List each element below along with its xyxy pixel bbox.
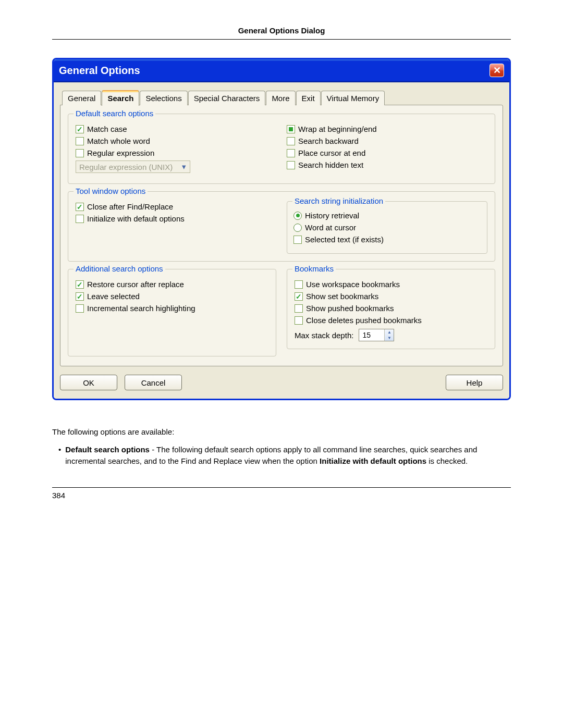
radio-icon [293, 224, 302, 232]
legend-bookmarks: Bookmarks [292, 264, 336, 273]
checkbox-icon [76, 125, 84, 133]
label: Use workspace bookmarks [306, 280, 400, 289]
intro-text: The following options are available: [52, 426, 511, 438]
dialog-button-row: OK Cancel Help [60, 375, 503, 390]
group-default-search: Default search options Match case Match … [68, 114, 495, 184]
check-close-deletes-pushed[interactable]: Close deletes pushed bookmarks [295, 316, 487, 325]
label: Word at cursor [305, 223, 356, 232]
chevron-down-icon: ▾ [178, 161, 190, 172]
label: Place cursor at end [298, 149, 365, 157]
group-search-string-init: Search string initialization History ret… [287, 201, 487, 254]
check-initialize-default[interactable]: Initialize with default options [76, 214, 276, 223]
close-button[interactable]: ✕ [489, 64, 504, 77]
checkbox-icon [287, 161, 295, 169]
checkbox-icon [287, 149, 295, 157]
label: Close deletes pushed bookmarks [306, 316, 422, 325]
label: Regular expression [87, 149, 154, 157]
checkbox-icon [295, 316, 303, 325]
cancel-button[interactable]: Cancel [125, 375, 182, 390]
spinner-input[interactable]: 15 ▲ ▼ [359, 329, 394, 341]
label: Initialize with default options [87, 214, 185, 223]
general-options-dialog: General Options ✕ General Search Selecti… [52, 58, 511, 400]
label: Show pushed bookmarks [306, 304, 394, 313]
label: Close after Find/Replace [87, 202, 173, 211]
label: Leave selected [87, 292, 140, 301]
tab-virtual-memory[interactable]: Virtual Memory [321, 91, 385, 105]
bullet-tail: is checked. [426, 456, 468, 465]
tab-panel-search: Default search options Match case Match … [60, 105, 503, 366]
checkbox-icon [76, 149, 84, 157]
combo-value: Regular expression (UNIX) [79, 163, 173, 171]
check-show-pushed-bookmarks[interactable]: Show pushed bookmarks [295, 304, 487, 313]
page-number: 384 [52, 487, 511, 500]
check-restore-cursor[interactable]: Restore cursor after replace [76, 280, 268, 289]
spinner-max-stack: Max stack depth: 15 ▲ ▼ [295, 329, 487, 341]
dialog-body: General Search Selections Special Charac… [54, 82, 509, 399]
check-place-cursor-end[interactable]: Place cursor at end [287, 149, 487, 157]
help-button[interactable]: Help [446, 375, 503, 390]
label: Show set bookmarks [306, 292, 378, 301]
ok-button[interactable]: OK [60, 375, 117, 390]
tab-exit[interactable]: Exit [296, 91, 321, 105]
legend-additional-search: Additional search options [74, 264, 165, 273]
tab-special-characters[interactable]: Special Characters [188, 91, 266, 105]
check-incremental-highlight[interactable]: Incremental search highlighting [76, 304, 268, 313]
spinner-value: 15 [359, 329, 384, 341]
checkbox-icon [295, 304, 303, 313]
label: Search backward [298, 137, 359, 145]
legend-search-string-init: Search string initialization [292, 196, 385, 205]
check-regular-expression[interactable]: Regular expression [76, 149, 276, 157]
tab-search[interactable]: Search [102, 90, 139, 106]
label: Selected text (if exists) [305, 235, 384, 244]
documentation-text: The following options are available: Def… [52, 426, 511, 466]
checkbox-icon [76, 203, 84, 211]
checkbox-icon [76, 304, 84, 313]
tab-more[interactable]: More [266, 91, 295, 105]
checkbox-icon [76, 215, 84, 223]
bullet-default-search: Default search options - The following d… [58, 444, 511, 467]
close-icon: ✕ [493, 66, 501, 75]
check-search-hidden-text[interactable]: Search hidden text [287, 161, 487, 169]
chevron-down-icon[interactable]: ▼ [385, 335, 394, 341]
tab-general[interactable]: General [62, 91, 101, 105]
radio-word-at-cursor[interactable]: Word at cursor [293, 223, 481, 232]
checkbox-icon [287, 125, 295, 133]
titlebar: General Options ✕ [54, 59, 509, 82]
page-header: General Options Dialog [52, 26, 511, 40]
bullet-bold: Default search options [65, 445, 150, 454]
checkbox-icon [76, 280, 84, 289]
radio-icon [293, 212, 302, 220]
check-workspace-bookmarks[interactable]: Use workspace bookmarks [295, 280, 487, 289]
radio-history-retrieval[interactable]: History retrieval [293, 211, 481, 220]
label: Incremental search highlighting [87, 304, 195, 313]
check-search-backward[interactable]: Search backward [287, 137, 487, 145]
check-match-whole-word[interactable]: Match whole word [76, 137, 276, 145]
label: Match case [87, 125, 127, 133]
check-match-case[interactable]: Match case [76, 125, 276, 133]
check-wrap[interactable]: Wrap at beginning/end [287, 125, 487, 133]
check-leave-selected[interactable]: Leave selected [76, 292, 268, 301]
label: Max stack depth: [295, 331, 353, 340]
check-close-after-find[interactable]: Close after Find/Replace [76, 202, 276, 211]
checkbox-icon [76, 137, 84, 145]
checkbox-icon [76, 292, 84, 301]
check-show-set-bookmarks[interactable]: Show set bookmarks [295, 292, 487, 301]
tabbar: General Search Selections Special Charac… [60, 90, 503, 105]
group-tool-window: Tool window options Close after Find/Rep… [68, 191, 495, 262]
label: History retrieval [305, 211, 359, 220]
label: Match whole word [87, 137, 150, 145]
checkbox-icon [293, 236, 302, 244]
dialog-title: General Options [59, 65, 140, 77]
group-bookmarks: Bookmarks Use workspace bookmarks Show s… [287, 269, 495, 349]
tab-selections[interactable]: Selections [140, 91, 187, 105]
bullet-bold2: Initialize with default options [320, 456, 426, 465]
chevron-up-icon[interactable]: ▲ [385, 329, 394, 335]
group-additional-search: Additional search options Restore cursor… [68, 269, 276, 356]
combo-regex-syntax: Regular expression (UNIX) ▾ [76, 161, 276, 173]
checkbox-icon [287, 137, 295, 145]
label: Search hidden text [298, 161, 363, 169]
legend-tool-window: Tool window options [74, 187, 148, 195]
check-selected-text[interactable]: Selected text (if exists) [293, 235, 481, 244]
checkbox-icon [295, 292, 303, 301]
label: Restore cursor after replace [87, 280, 184, 289]
